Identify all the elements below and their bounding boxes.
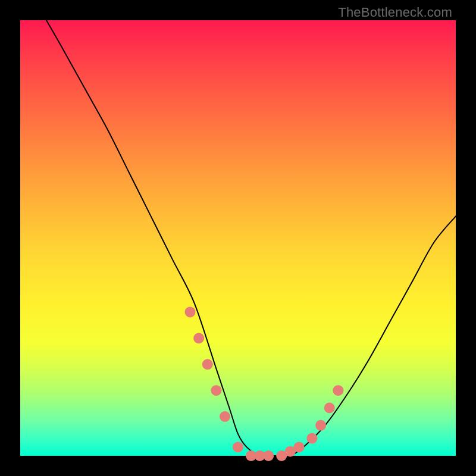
marker-dot	[211, 385, 221, 396]
marker-dot	[294, 441, 305, 452]
chart-overlay	[0, 0, 476, 476]
marker-dot	[263, 450, 274, 461]
marker-dot	[185, 306, 196, 317]
marker-dot	[220, 411, 230, 422]
marker-dot	[333, 385, 343, 396]
marker-dot	[233, 441, 243, 452]
marker-dot	[193, 333, 204, 343]
highlight-markers	[185, 306, 344, 461]
curve-line	[46, 20, 456, 456]
marker-dot	[315, 420, 326, 431]
chart-frame: TheBottleneck.com	[0, 0, 476, 476]
marker-dot	[306, 433, 317, 444]
marker-dot	[324, 403, 335, 414]
bottleneck-curve	[46, 20, 456, 456]
marker-dot	[202, 359, 213, 369]
